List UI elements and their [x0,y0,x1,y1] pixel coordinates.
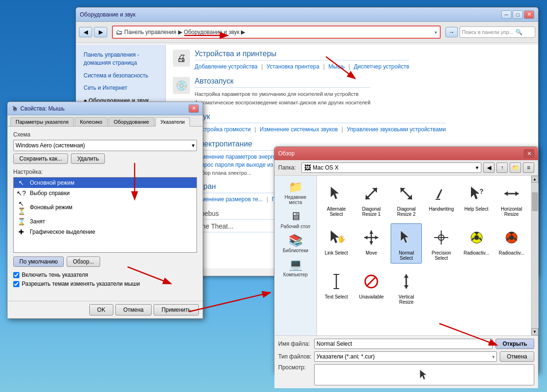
svg-point-28 [509,235,514,240]
scroll-down-button[interactable]: ▼ [531,328,538,335]
computer-icon: 💻 [289,258,303,271]
list-item-busy[interactable]: ⌛ Занят [14,216,197,227]
sidebar-desktop[interactable]: 🖥 Рабочий стол [277,207,314,231]
default-button[interactable]: По умолчанию [13,256,64,267]
cursor-diag2-icon [395,182,418,205]
link-sound-devices[interactable]: Управление звуковыми устройствами [347,126,446,133]
section-sound-content: Звук Настройка громкости | Изменение сис… [195,112,446,134]
file-normal-select[interactable]: Normal Select [391,223,422,264]
scroll-thumb[interactable] [532,192,538,211]
mouse-dialog-close[interactable]: ✕ [188,104,199,113]
forward-button[interactable]: ▶ [94,27,107,37]
libraries-icon: 📚 [289,234,303,247]
file-radioactive2-label: Radioactiv... [499,250,524,256]
file-radioactive1[interactable]: Radioactiv... [461,223,492,264]
mouse-icon: 🖱 [11,105,18,112]
scroll-up-button[interactable]: ▲ [531,176,538,183]
file-diagonal-resize2-label: Diagonal Resize 2 [393,206,419,217]
file-link-select[interactable]: 🖐 Link Select [321,223,352,264]
shadow-checkbox[interactable] [13,272,19,278]
mouse-dialog-controls: ✕ [188,104,199,113]
sidebar-computer[interactable]: 💻 Компьютер [277,256,314,280]
filetype-arrow-icon: ▾ [492,354,495,359]
theme-checkbox[interactable] [13,281,19,287]
file-text-select[interactable]: Text Select [321,267,352,307]
browse-toolbar: Папка: 🖼 Mac OS X ▾ ◀ ↑ 📁 ≡ [274,160,538,176]
autorun-icon: 💿 [173,77,190,94]
nav-up-button[interactable]: ↑ [496,162,508,173]
cursor-help-icon: ↖? [17,189,26,197]
file-alternate-select[interactable]: Alternate Select [321,179,352,220]
file-unavailable-label: Unavailable [359,294,384,299]
cursor-link-icon: 🖐 [325,226,348,249]
file-diagonal-resize2[interactable]: Diagonal Resize 2 [391,179,422,220]
cancel-button[interactable]: Отмена [115,304,152,315]
cursor-diag1-icon [360,182,383,205]
minimize-button[interactable]: ─ [501,10,512,19]
address-bar[interactable]: 🗂 Панель управления ▶ Оборудование и зву… [112,26,441,39]
tab-wheel[interactable]: Колесико [75,117,108,126]
browse-content: 📁 Недавние места 🖥 Рабочий стол 📚 Библио… [274,176,538,335]
arrow-mouse [321,54,359,83]
file-radioactive1-label: Radioactiv... [463,250,489,256]
file-link-select-label: Link Select [325,250,348,256]
list-item-crosshair[interactable]: ✚ Графическое выделение [14,227,197,237]
schema-dropdown[interactable]: Windows Aero (системная) ▾ [13,140,197,151]
sidebar-recent[interactable]: 📁 Недавние места [277,178,314,207]
schema-arrow-icon: ▾ [192,142,195,149]
save-as-button[interactable]: Сохранить как... [13,153,68,164]
nav-back-button[interactable]: ◀ [483,162,495,173]
tab-hardware[interactable]: Оборудование [109,117,154,126]
cursor-help-icon: ? [465,182,488,205]
search-icon: 🔍 [515,29,522,35]
filetype-input[interactable]: Указатели (*.ani; *.cur) ▾ [314,351,497,362]
recent-icon: 📁 [289,180,303,194]
maximize-button[interactable]: □ [513,10,523,19]
sidebar-libraries[interactable]: 📚 Библиотеки [277,231,314,256]
sidebar-item-home[interactable]: Панель управления - домашняя страница [80,49,162,69]
folder-label: Папка: [278,164,299,171]
file-precision-select[interactable]: Precision Select [426,223,457,264]
sidebar-item-network[interactable]: Сеть и Интернет [80,82,162,94]
mouse-dialog-title-text: Свойства: Мышь [20,105,65,112]
file-vertical-resize[interactable]: Vertical Resize [391,267,422,307]
browse-close-button[interactable]: ✕ [524,149,534,158]
folder-path-box[interactable]: 🖼 Mac OS X ▾ [301,162,481,173]
list-item-normal-label: Основной режим [30,179,75,186]
go-button[interactable]: → [445,27,458,37]
svg-marker-0 [331,187,339,199]
file-unavailable[interactable]: Unavailable [356,267,387,307]
link-device-manager[interactable]: Диспетчер устройств [354,63,409,70]
file-radioactive2[interactable]: Radioactiv... [496,223,527,264]
file-handwriting[interactable]: Handwriting [426,179,457,220]
address-text: Панель управления ▶ Оборудование и звук … [124,29,433,35]
tab-pointers[interactable]: Указатели [155,117,190,127]
tab-pointer-params[interactable]: Параметры указателя [10,117,74,126]
svg-marker-11 [504,191,508,196]
link-install-printer[interactable]: Установка принтера [266,63,319,70]
section-autorun-desc1: Настройка параметров по умолчанию для но… [195,91,370,98]
browse-button[interactable]: Обзор... [67,256,100,267]
svg-marker-21 [401,230,409,243]
ok-button[interactable]: OK [89,304,113,315]
link-sys-sounds[interactable]: Изменение системных звуков [260,126,338,133]
file-diagonal-resize1[interactable]: Diagonal Resize 1 [356,179,387,220]
close-button[interactable]: ✕ [524,10,534,19]
arrow-browse [123,264,184,293]
file-help-select[interactable]: ? Help Select [461,179,492,220]
back-button[interactable]: ◀ [79,27,92,37]
new-folder-button[interactable]: 📁 [510,162,521,173]
cancel-browse-button[interactable]: Отмена [500,351,534,362]
view-toggle-button[interactable]: ≡ [523,162,534,173]
link-add-device[interactable]: Добавление устройства [195,63,257,70]
folder-path-arrow: ▾ [476,164,479,171]
section-autorun-desc2: Автоматическое воспроизведение компакт-д… [195,99,370,106]
scroll-track[interactable] [531,183,538,328]
folder-path-icon: 🖼 [304,164,311,171]
cursor-normal-select-icon [395,226,418,249]
cp-title: Оборудование и звук [80,11,136,18]
sidebar-item-system[interactable]: Система и безопасность [80,69,162,82]
file-move[interactable]: Move [356,223,387,264]
link-resize[interactable]: Изменение размеров те... [195,196,263,203]
file-horizontal-resize[interactable]: Horizontal Resize [496,179,527,220]
